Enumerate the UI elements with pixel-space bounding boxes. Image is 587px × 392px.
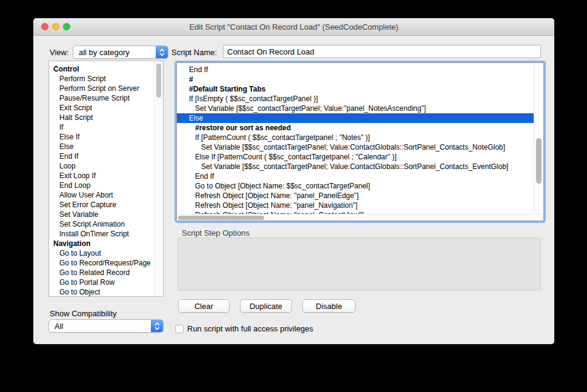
- chevron-up-down-icon: [156, 46, 168, 58]
- script-name-label: Script Name:: [171, 48, 217, 57]
- editor-horizontal-scrollbar[interactable]: [177, 214, 543, 221]
- script-step-line[interactable]: If [IsEmpty ( $$sc_contactTargetPanel )]: [177, 94, 534, 104]
- script-step-line-selected[interactable]: Else: [177, 113, 534, 123]
- script-step-options-label: Script Step Options: [182, 228, 250, 238]
- script-steps-panel: ControlPerform ScriptPerform Script on S…: [48, 61, 164, 297]
- script-editor: End If##Default Starting TabsIf [IsEmpty…: [174, 61, 546, 223]
- view-label: View:: [50, 48, 69, 57]
- sidebar-step-item[interactable]: Install OnTimer Script: [49, 229, 154, 239]
- editor-vertical-scrollbar[interactable]: [534, 63, 543, 214]
- script-editor-content[interactable]: End If##Default Starting TabsIf [IsEmpty…: [176, 62, 544, 221]
- button-row: ClearDuplicateDisable: [178, 299, 356, 313]
- sidebar-step-item[interactable]: Set Error Capture: [49, 200, 154, 210]
- show-compatibility-label: Show Compatibility: [50, 309, 117, 318]
- script-step-line[interactable]: Refresh Object [Object Name: "panel_Navi…: [177, 201, 534, 210]
- full-access-checkbox[interactable]: [175, 325, 184, 333]
- script-step-line[interactable]: #: [177, 75, 534, 84]
- sidebar-scrollbar[interactable]: [154, 61, 163, 296]
- script-name-input[interactable]: [223, 45, 541, 58]
- sidebar-step-item[interactable]: Pause/Resume Script: [49, 93, 154, 103]
- script-step-line[interactable]: Refresh Object [Object Name: "panel_Pane…: [177, 191, 534, 201]
- title-bar[interactable]: Edit Script "Contact On Record Load" (Se…: [33, 18, 554, 36]
- duplicate-button[interactable]: Duplicate: [240, 299, 292, 313]
- window-title: Edit Script "Contact On Record Load" (Se…: [33, 22, 554, 32]
- sidebar-step-item[interactable]: Perform Script on Server: [49, 84, 154, 93]
- sidebar-step-item[interactable]: End Loop: [49, 181, 154, 190]
- sidebar-step-item[interactable]: Perform Script: [49, 74, 154, 84]
- sidebar-category-header: Navigation: [49, 239, 154, 248]
- script-step-line[interactable]: Go to Object [Object Name: $$sc_contactT…: [177, 181, 534, 191]
- sidebar-step-item[interactable]: Set Variable: [49, 210, 154, 219]
- sidebar-scrollbar-thumb[interactable]: [156, 64, 161, 98]
- script-step-line[interactable]: Set Variable [$$sc_contactTargetPanel; V…: [177, 104, 534, 113]
- script-step-line[interactable]: #Default Starting Tabs: [177, 84, 534, 94]
- compatibility-dropdown[interactable]: All: [48, 319, 164, 333]
- sidebar-step-item[interactable]: Exit Loop If: [49, 171, 154, 181]
- sidebar-step-item[interactable]: Go to Record/Request/Page: [49, 258, 154, 268]
- sidebar-step-item[interactable]: Go to Portal Row: [49, 277, 154, 287]
- sidebar-step-item[interactable]: Set Script Animation: [49, 219, 154, 229]
- sidebar-step-item[interactable]: Go to Related Record: [49, 268, 154, 277]
- sidebar-step-item[interactable]: Allow User Abort: [49, 190, 154, 200]
- script-step-line[interactable]: If [PatternCount ( $$sc_contactTargetpan…: [177, 133, 534, 142]
- editor-horizontal-scrollbar-thumb[interactable]: [178, 216, 264, 220]
- view-dropdown-value: all by category: [79, 48, 130, 57]
- sidebar-step-item[interactable]: Halt Script: [49, 113, 154, 122]
- script-lines: End If##Default Starting TabsIf [IsEmpty…: [177, 63, 534, 214]
- script-step-line[interactable]: End If: [177, 65, 534, 75]
- sidebar-step-item[interactable]: End If: [49, 151, 154, 161]
- script-step-line[interactable]: #restore our sort as needed: [177, 123, 534, 133]
- script-step-line[interactable]: Else If [PatternCount ( $$sc_contactTarg…: [177, 152, 534, 162]
- sidebar-step-item[interactable]: Go to Layout: [49, 248, 154, 258]
- clear-button[interactable]: Clear: [178, 299, 230, 313]
- view-dropdown[interactable]: all by category: [73, 45, 168, 59]
- sidebar-step-item[interactable]: Else If: [49, 132, 154, 142]
- sidebar-step-item[interactable]: If: [49, 122, 154, 132]
- script-step-options-panel: [177, 238, 541, 291]
- full-access-checkbox-label: Run script with full access privileges: [187, 324, 313, 333]
- disable-button[interactable]: Disable: [302, 299, 356, 313]
- sidebar-step-item[interactable]: Go to Object: [49, 287, 154, 297]
- edit-script-window: Edit Script "Contact On Record Load" (Se…: [33, 18, 554, 344]
- script-step-line[interactable]: Set Variable [$$sc_contactTargetPanel; V…: [177, 162, 534, 171]
- sidebar-step-item[interactable]: Loop: [49, 161, 154, 171]
- script-step-line[interactable]: End If: [177, 171, 534, 181]
- sidebar-step-item[interactable]: Else: [49, 142, 154, 151]
- chevron-up-down-icon: [151, 320, 163, 332]
- script-step-line[interactable]: Set Variable [$$sc_contactTargetPanel; V…: [177, 142, 534, 152]
- compatibility-dropdown-value: All: [55, 322, 63, 331]
- sidebar-step-item[interactable]: Exit Script: [49, 103, 154, 113]
- editor-vertical-scrollbar-thumb[interactable]: [536, 138, 542, 184]
- sidebar-list: ControlPerform ScriptPerform Script on S…: [49, 61, 154, 297]
- sidebar-category-header: Control: [49, 64, 154, 74]
